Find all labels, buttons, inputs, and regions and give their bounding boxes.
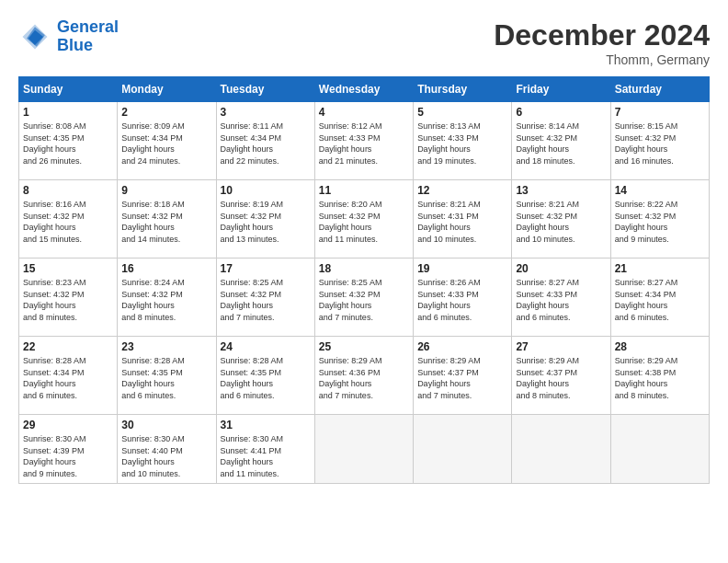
logo-icon	[18, 20, 51, 53]
calendar-day: 18 Sunrise: 8:25 AM Sunset: 4:32 PM Dayl…	[314, 259, 413, 337]
day-info: Sunrise: 8:25 AM Sunset: 4:32 PM Dayligh…	[319, 277, 409, 323]
day-info: Sunrise: 8:30 AM Sunset: 4:39 PM Dayligh…	[23, 433, 113, 479]
day-number: 13	[516, 184, 606, 197]
day-number: 17	[221, 262, 311, 275]
title-block: December 2024 Thomm, Germany	[494, 18, 710, 67]
day-number: 19	[417, 262, 507, 275]
empty-cell	[414, 415, 512, 484]
calendar-day: 13 Sunrise: 8:21 AM Sunset: 4:32 PM Dayl…	[512, 180, 610, 259]
day-info: Sunrise: 8:28 AM Sunset: 4:34 PM Dayligh…	[23, 355, 113, 401]
day-number: 25	[319, 340, 409, 353]
calendar-day: 14 Sunrise: 8:22 AM Sunset: 4:32 PM Dayl…	[610, 180, 709, 259]
day-number: 27	[516, 340, 606, 353]
day-info: Sunrise: 8:24 AM Sunset: 4:32 PM Dayligh…	[121, 277, 211, 323]
day-number: 4	[319, 106, 409, 119]
day-number: 20	[516, 262, 606, 275]
day-number: 24	[221, 340, 311, 353]
calendar-week-row: 8 Sunrise: 8:16 AM Sunset: 4:32 PM Dayli…	[19, 180, 710, 259]
day-info: Sunrise: 8:29 AM Sunset: 4:38 PM Dayligh…	[615, 355, 705, 401]
day-number: 7	[615, 106, 705, 119]
empty-cell	[610, 415, 709, 484]
day-info: Sunrise: 8:29 AM Sunset: 4:37 PM Dayligh…	[417, 355, 507, 401]
day-info: Sunrise: 8:20 AM Sunset: 4:32 PM Dayligh…	[319, 199, 409, 245]
calendar-day: 11 Sunrise: 8:20 AM Sunset: 4:32 PM Dayl…	[314, 180, 413, 259]
header-wednesday: Wednesday	[314, 77, 413, 102]
day-info: Sunrise: 8:19 AM Sunset: 4:32 PM Dayligh…	[221, 199, 311, 245]
day-info: Sunrise: 8:21 AM Sunset: 4:32 PM Dayligh…	[516, 199, 606, 245]
calendar-week-row: 15 Sunrise: 8:23 AM Sunset: 4:32 PM Dayl…	[19, 259, 710, 337]
day-info: Sunrise: 8:21 AM Sunset: 4:31 PM Dayligh…	[417, 199, 507, 245]
calendar-day: 23 Sunrise: 8:28 AM Sunset: 4:35 PM Dayl…	[118, 337, 216, 415]
day-info: Sunrise: 8:29 AM Sunset: 4:37 PM Dayligh…	[516, 355, 606, 401]
day-info: Sunrise: 8:29 AM Sunset: 4:36 PM Dayligh…	[319, 355, 409, 401]
day-number: 26	[417, 340, 507, 353]
calendar-day: 1 Sunrise: 8:08 AM Sunset: 4:35 PM Dayli…	[19, 102, 118, 180]
logo-text: General Blue	[57, 18, 119, 55]
day-info: Sunrise: 8:27 AM Sunset: 4:34 PM Dayligh…	[615, 277, 705, 323]
calendar-day: 26 Sunrise: 8:29 AM Sunset: 4:37 PM Dayl…	[414, 337, 512, 415]
calendar-day: 25 Sunrise: 8:29 AM Sunset: 4:36 PM Dayl…	[314, 337, 413, 415]
location: Thomm, Germany	[494, 52, 710, 67]
header-monday: Monday	[118, 77, 216, 102]
header-sunday: Sunday	[19, 77, 118, 102]
day-number: 15	[23, 262, 113, 275]
logo-line2: Blue	[57, 36, 93, 54]
day-number: 29	[23, 419, 113, 431]
calendar-day: 21 Sunrise: 8:27 AM Sunset: 4:34 PM Dayl…	[610, 259, 709, 337]
header-thursday: Thursday	[414, 77, 512, 102]
day-info: Sunrise: 8:13 AM Sunset: 4:33 PM Dayligh…	[417, 121, 507, 167]
day-number: 3	[221, 106, 311, 119]
month-title: December 2024	[494, 18, 710, 52]
day-info: Sunrise: 8:30 AM Sunset: 4:41 PM Dayligh…	[221, 433, 311, 479]
calendar-day: 17 Sunrise: 8:25 AM Sunset: 4:32 PM Dayl…	[216, 259, 314, 337]
day-number: 12	[417, 184, 507, 197]
day-info: Sunrise: 8:25 AM Sunset: 4:32 PM Dayligh…	[221, 277, 311, 323]
calendar-day: 5 Sunrise: 8:13 AM Sunset: 4:33 PM Dayli…	[414, 102, 512, 180]
day-info: Sunrise: 8:18 AM Sunset: 4:32 PM Dayligh…	[121, 199, 211, 245]
calendar-day: 24 Sunrise: 8:28 AM Sunset: 4:35 PM Dayl…	[216, 337, 314, 415]
day-number: 16	[121, 262, 211, 275]
day-number: 31	[221, 419, 311, 431]
calendar-day: 27 Sunrise: 8:29 AM Sunset: 4:37 PM Dayl…	[512, 337, 610, 415]
page-header: General Blue December 2024 Thomm, German…	[18, 18, 710, 67]
calendar-day: 9 Sunrise: 8:18 AM Sunset: 4:32 PM Dayli…	[118, 180, 216, 259]
calendar-day: 2 Sunrise: 8:09 AM Sunset: 4:34 PM Dayli…	[118, 102, 216, 180]
day-info: Sunrise: 8:28 AM Sunset: 4:35 PM Dayligh…	[221, 355, 311, 401]
empty-cell	[512, 415, 610, 484]
calendar-day: 22 Sunrise: 8:28 AM Sunset: 4:34 PM Dayl…	[19, 337, 118, 415]
calendar-day: 15 Sunrise: 8:23 AM Sunset: 4:32 PM Dayl…	[19, 259, 118, 337]
day-number: 6	[516, 106, 606, 119]
calendar-day: 7 Sunrise: 8:15 AM Sunset: 4:32 PM Dayli…	[610, 102, 709, 180]
header-tuesday: Tuesday	[216, 77, 314, 102]
calendar-day: 12 Sunrise: 8:21 AM Sunset: 4:31 PM Dayl…	[414, 180, 512, 259]
day-number: 1	[23, 106, 113, 119]
calendar-week-row: 22 Sunrise: 8:28 AM Sunset: 4:34 PM Dayl…	[19, 337, 710, 415]
day-number: 11	[319, 184, 409, 197]
day-info: Sunrise: 8:15 AM Sunset: 4:32 PM Dayligh…	[615, 121, 705, 167]
logo-line1: General	[57, 17, 119, 36]
calendar-day: 3 Sunrise: 8:11 AM Sunset: 4:34 PM Dayli…	[216, 102, 314, 180]
day-info: Sunrise: 8:16 AM Sunset: 4:32 PM Dayligh…	[23, 199, 113, 245]
day-info: Sunrise: 8:08 AM Sunset: 4:35 PM Dayligh…	[23, 121, 113, 167]
calendar-day: 29 Sunrise: 8:30 AM Sunset: 4:39 PM Dayl…	[19, 415, 118, 484]
calendar-week-row: 29 Sunrise: 8:30 AM Sunset: 4:39 PM Dayl…	[19, 415, 710, 484]
calendar-day: 20 Sunrise: 8:27 AM Sunset: 4:33 PM Dayl…	[512, 259, 610, 337]
day-number: 22	[23, 340, 113, 353]
day-number: 23	[121, 340, 211, 353]
day-info: Sunrise: 8:22 AM Sunset: 4:32 PM Dayligh…	[615, 199, 705, 245]
calendar: Sunday Monday Tuesday Wednesday Thursday…	[18, 76, 710, 484]
day-info: Sunrise: 8:09 AM Sunset: 4:34 PM Dayligh…	[121, 121, 211, 167]
day-number: 2	[121, 106, 211, 119]
day-info: Sunrise: 8:14 AM Sunset: 4:32 PM Dayligh…	[516, 121, 606, 167]
empty-cell	[314, 415, 413, 484]
day-number: 28	[615, 340, 705, 353]
calendar-day: 30 Sunrise: 8:30 AM Sunset: 4:40 PM Dayl…	[118, 415, 216, 484]
day-number: 9	[121, 184, 211, 197]
day-number: 8	[23, 184, 113, 197]
weekday-header-row: Sunday Monday Tuesday Wednesday Thursday…	[19, 77, 710, 102]
header-saturday: Saturday	[610, 77, 709, 102]
day-info: Sunrise: 8:26 AM Sunset: 4:33 PM Dayligh…	[417, 277, 507, 323]
day-info: Sunrise: 8:28 AM Sunset: 4:35 PM Dayligh…	[121, 355, 211, 401]
day-info: Sunrise: 8:23 AM Sunset: 4:32 PM Dayligh…	[23, 277, 113, 323]
day-number: 10	[221, 184, 311, 197]
